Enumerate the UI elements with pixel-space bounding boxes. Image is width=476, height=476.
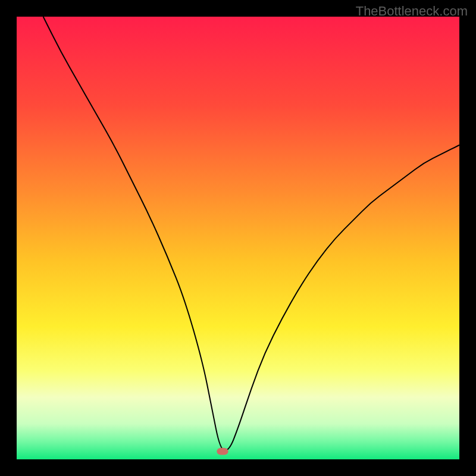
- chart-frame: TheBottleneck.com: [0, 0, 476, 476]
- chart-background: [17, 17, 459, 459]
- watermark-text: TheBottleneck.com: [356, 4, 468, 19]
- optimal-marker: [217, 448, 228, 455]
- bottleneck-chart: [17, 17, 459, 459]
